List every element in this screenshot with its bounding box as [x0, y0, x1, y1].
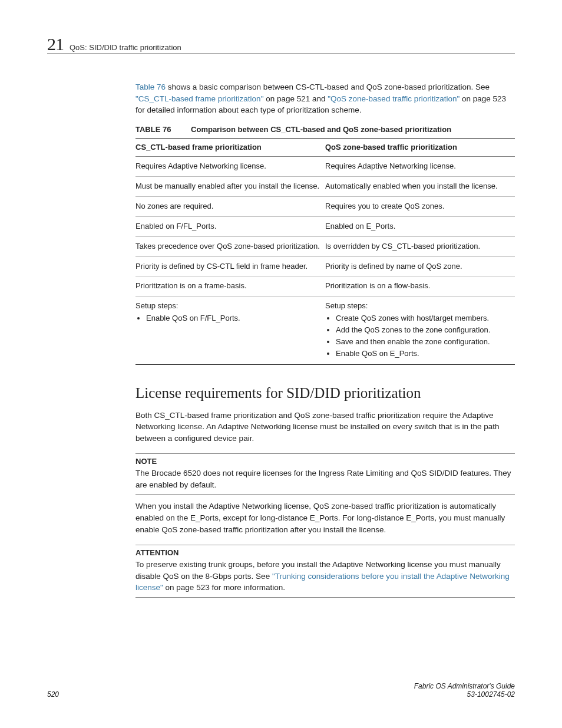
table-cell: Requires Adaptive Networking license. — [325, 157, 515, 177]
table-cell: Priority is defined by CS-CTL field in f… — [135, 256, 325, 276]
section-heading: License requirements for SID/DID priorit… — [135, 383, 515, 404]
chapter-number: 21 — [47, 34, 64, 54]
table-cell: Prioritization is on a flow-basis. — [325, 276, 515, 297]
list-item: Enable QoS on F/FL_Ports. — [146, 313, 320, 325]
list-item: Add the QoS zones to the zone configurat… — [336, 325, 510, 337]
table-cell: Enabled on F/FL_Ports. — [135, 216, 325, 236]
intro-text-1: shows a basic comparison between CS-CTL-… — [166, 83, 490, 91]
intro-paragraph: Table 76 shows a basic comparison betwee… — [135, 81, 515, 116]
table-cell: Takes precedence over QoS zone-based pri… — [135, 236, 325, 256]
table-cell-setup-right: Setup steps: Create QoS zones with host/… — [325, 297, 515, 364]
breadcrumb: QoS: SID/DID traffic prioritization — [70, 43, 181, 52]
comparison-table: CS_CTL-based frame prioritization QoS zo… — [135, 138, 515, 365]
table-head-right: QoS zone-based traffic prioritization — [325, 138, 515, 157]
attention-body: To preserve existing trunk groups, befor… — [135, 559, 515, 598]
table-caption: TABLE 76 Comparison between CS_CTL-based… — [135, 124, 515, 136]
setup-right-label: Setup steps: — [325, 301, 368, 310]
list-item: Save and then enable the zone configurat… — [336, 337, 510, 348]
table-head-left: CS_CTL-based frame prioritization — [135, 138, 325, 157]
table-cell: Automatically enabled when you install t… — [325, 177, 515, 197]
intro-text-2: on page 521 and — [263, 94, 328, 103]
table-label: TABLE 76 — [135, 125, 171, 134]
page-number: 520 — [47, 690, 59, 699]
table-cell: No zones are required. — [135, 197, 325, 217]
setup-left-label: Setup steps: — [135, 301, 178, 310]
table-cell: Is overridden by CS_CTL-based prioritiza… — [325, 236, 515, 256]
attention-label: ATTENTION — [135, 545, 515, 559]
link-qoszone[interactable]: "QoS zone-based traffic prioritization" — [328, 94, 459, 103]
table-cell-setup-left: Setup steps: Enable QoS on F/FL_Ports. — [135, 297, 325, 364]
table-cell: Requires you to create QoS zones. — [325, 197, 515, 217]
table-cell: Must be manually enabled after you insta… — [135, 177, 325, 197]
table-cell: Enabled on E_Ports. — [325, 216, 515, 236]
attention-post: on page 523 for more information. — [163, 583, 285, 592]
link-csctl[interactable]: "CS_CTL-based frame prioritization" — [135, 94, 263, 103]
section-para-2: When you install the Adaptive Networking… — [135, 500, 515, 535]
list-item: Enable QoS on E_Ports. — [336, 348, 510, 360]
table-title: Comparison between CS_CTL-based and QoS … — [191, 125, 451, 134]
table-cell: Prioritization is on a frame-basis. — [135, 276, 325, 297]
table-cell: Requires Adaptive Networking license. — [135, 157, 325, 177]
section-para-1: Both CS_CTL-based frame prioritization a… — [135, 410, 515, 444]
doc-id: 53-1002745-02 — [467, 690, 515, 699]
page-footer: 520 Fabric OS Administrator's Guide 53-1… — [47, 682, 515, 699]
note-label: NOTE — [135, 453, 515, 467]
note-body: The Brocade 6520 does not require licens… — [135, 467, 515, 495]
table-cell: Priority is defined by name of QoS zone. — [325, 256, 515, 276]
link-table76[interactable]: Table 76 — [135, 83, 166, 91]
header-rule — [47, 53, 515, 54]
doc-title: Fabric OS Administrator's Guide — [414, 682, 515, 690]
list-item: Create QoS zones with host/target member… — [336, 313, 510, 325]
